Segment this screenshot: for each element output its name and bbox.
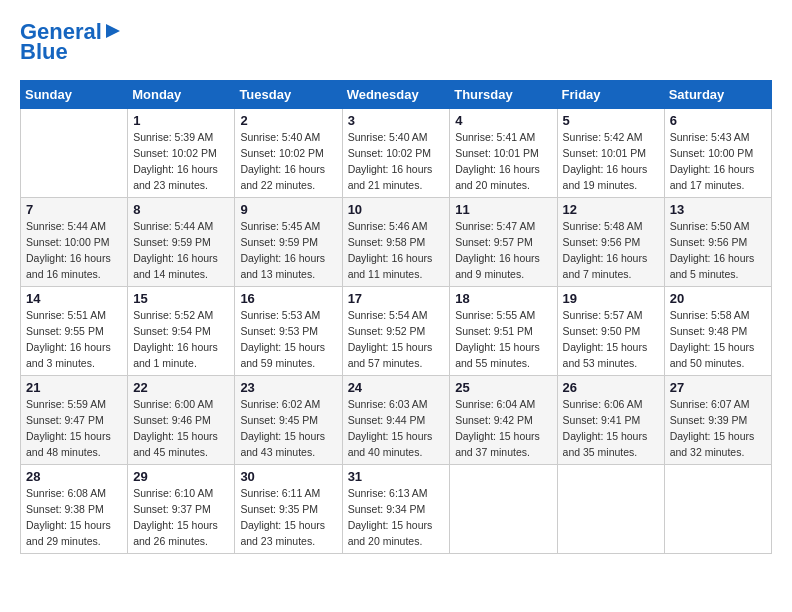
- calendar-cell: 13 Sunrise: 5:50 AMSunset: 9:56 PMDaylig…: [664, 198, 771, 287]
- day-detail: Sunrise: 6:07 AMSunset: 9:39 PMDaylight:…: [670, 398, 755, 457]
- day-number: 27: [670, 380, 766, 395]
- day-number: 19: [563, 291, 659, 306]
- day-detail: Sunrise: 5:40 AMSunset: 10:02 PMDaylight…: [240, 131, 325, 190]
- calendar-week-5: 28 Sunrise: 6:08 AMSunset: 9:38 PMDaylig…: [21, 465, 772, 554]
- calendar-cell: 20 Sunrise: 5:58 AMSunset: 9:48 PMDaylig…: [664, 287, 771, 376]
- calendar-week-1: 1 Sunrise: 5:39 AMSunset: 10:02 PMDaylig…: [21, 109, 772, 198]
- calendar-cell: 14 Sunrise: 5:51 AMSunset: 9:55 PMDaylig…: [21, 287, 128, 376]
- calendar-week-2: 7 Sunrise: 5:44 AMSunset: 10:00 PMDaylig…: [21, 198, 772, 287]
- calendar-cell: 3 Sunrise: 5:40 AMSunset: 10:02 PMDaylig…: [342, 109, 450, 198]
- day-number: 10: [348, 202, 445, 217]
- calendar-cell: 22 Sunrise: 6:00 AMSunset: 9:46 PMDaylig…: [128, 376, 235, 465]
- day-number: 29: [133, 469, 229, 484]
- day-number: 7: [26, 202, 122, 217]
- weekday-thursday: Thursday: [450, 81, 557, 109]
- calendar-cell: 12 Sunrise: 5:48 AMSunset: 9:56 PMDaylig…: [557, 198, 664, 287]
- day-number: 11: [455, 202, 551, 217]
- weekday-tuesday: Tuesday: [235, 81, 342, 109]
- calendar-cell: 8 Sunrise: 5:44 AMSunset: 9:59 PMDayligh…: [128, 198, 235, 287]
- calendar-body: 1 Sunrise: 5:39 AMSunset: 10:02 PMDaylig…: [21, 109, 772, 554]
- calendar-cell: 30 Sunrise: 6:11 AMSunset: 9:35 PMDaylig…: [235, 465, 342, 554]
- calendar-table: SundayMondayTuesdayWednesdayThursdayFrid…: [20, 80, 772, 554]
- calendar-cell: 5 Sunrise: 5:42 AMSunset: 10:01 PMDaylig…: [557, 109, 664, 198]
- calendar-cell: 16 Sunrise: 5:53 AMSunset: 9:53 PMDaylig…: [235, 287, 342, 376]
- day-number: 3: [348, 113, 445, 128]
- day-number: 16: [240, 291, 336, 306]
- day-number: 4: [455, 113, 551, 128]
- weekday-wednesday: Wednesday: [342, 81, 450, 109]
- calendar-cell: 25 Sunrise: 6:04 AMSunset: 9:42 PMDaylig…: [450, 376, 557, 465]
- day-detail: Sunrise: 6:04 AMSunset: 9:42 PMDaylight:…: [455, 398, 540, 457]
- day-number: 26: [563, 380, 659, 395]
- weekday-friday: Friday: [557, 81, 664, 109]
- day-detail: Sunrise: 5:48 AMSunset: 9:56 PMDaylight:…: [563, 220, 648, 279]
- day-number: 15: [133, 291, 229, 306]
- day-number: 22: [133, 380, 229, 395]
- calendar-cell: 1 Sunrise: 5:39 AMSunset: 10:02 PMDaylig…: [128, 109, 235, 198]
- day-detail: Sunrise: 5:46 AMSunset: 9:58 PMDaylight:…: [348, 220, 433, 279]
- weekday-sunday: Sunday: [21, 81, 128, 109]
- day-detail: Sunrise: 6:00 AMSunset: 9:46 PMDaylight:…: [133, 398, 218, 457]
- day-number: 17: [348, 291, 445, 306]
- calendar-cell: 4 Sunrise: 5:41 AMSunset: 10:01 PMDaylig…: [450, 109, 557, 198]
- calendar-cell: 28 Sunrise: 6:08 AMSunset: 9:38 PMDaylig…: [21, 465, 128, 554]
- calendar-cell: 21 Sunrise: 5:59 AMSunset: 9:47 PMDaylig…: [21, 376, 128, 465]
- day-detail: Sunrise: 6:06 AMSunset: 9:41 PMDaylight:…: [563, 398, 648, 457]
- calendar-cell: [21, 109, 128, 198]
- calendar-cell: 11 Sunrise: 5:47 AMSunset: 9:57 PMDaylig…: [450, 198, 557, 287]
- day-number: 18: [455, 291, 551, 306]
- day-detail: Sunrise: 6:03 AMSunset: 9:44 PMDaylight:…: [348, 398, 433, 457]
- calendar-cell: 26 Sunrise: 6:06 AMSunset: 9:41 PMDaylig…: [557, 376, 664, 465]
- calendar-cell: 9 Sunrise: 5:45 AMSunset: 9:59 PMDayligh…: [235, 198, 342, 287]
- day-detail: Sunrise: 5:44 AMSunset: 10:00 PMDaylight…: [26, 220, 111, 279]
- day-number: 6: [670, 113, 766, 128]
- day-number: 30: [240, 469, 336, 484]
- day-number: 24: [348, 380, 445, 395]
- calendar-cell: 31 Sunrise: 6:13 AMSunset: 9:34 PMDaylig…: [342, 465, 450, 554]
- day-detail: Sunrise: 5:47 AMSunset: 9:57 PMDaylight:…: [455, 220, 540, 279]
- calendar-week-3: 14 Sunrise: 5:51 AMSunset: 9:55 PMDaylig…: [21, 287, 772, 376]
- day-number: 25: [455, 380, 551, 395]
- day-number: 21: [26, 380, 122, 395]
- day-detail: Sunrise: 5:42 AMSunset: 10:01 PMDaylight…: [563, 131, 648, 190]
- calendar-cell: 24 Sunrise: 6:03 AMSunset: 9:44 PMDaylig…: [342, 376, 450, 465]
- day-detail: Sunrise: 5:50 AMSunset: 9:56 PMDaylight:…: [670, 220, 755, 279]
- day-detail: Sunrise: 5:57 AMSunset: 9:50 PMDaylight:…: [563, 309, 648, 368]
- calendar-cell: 27 Sunrise: 6:07 AMSunset: 9:39 PMDaylig…: [664, 376, 771, 465]
- calendar-cell: [557, 465, 664, 554]
- logo-blue-text: Blue: [20, 40, 68, 64]
- calendar-cell: 2 Sunrise: 5:40 AMSunset: 10:02 PMDaylig…: [235, 109, 342, 198]
- day-number: 20: [670, 291, 766, 306]
- day-number: 12: [563, 202, 659, 217]
- day-detail: Sunrise: 6:11 AMSunset: 9:35 PMDaylight:…: [240, 487, 325, 546]
- page-header: General Blue: [20, 20, 772, 64]
- logo: General Blue: [20, 20, 122, 64]
- calendar-cell: 18 Sunrise: 5:55 AMSunset: 9:51 PMDaylig…: [450, 287, 557, 376]
- day-number: 13: [670, 202, 766, 217]
- calendar-cell: 6 Sunrise: 5:43 AMSunset: 10:00 PMDaylig…: [664, 109, 771, 198]
- day-detail: Sunrise: 6:08 AMSunset: 9:38 PMDaylight:…: [26, 487, 111, 546]
- day-detail: Sunrise: 5:40 AMSunset: 10:02 PMDaylight…: [348, 131, 433, 190]
- calendar-cell: 19 Sunrise: 5:57 AMSunset: 9:50 PMDaylig…: [557, 287, 664, 376]
- svg-marker-0: [106, 24, 120, 38]
- day-number: 31: [348, 469, 445, 484]
- calendar-cell: 10 Sunrise: 5:46 AMSunset: 9:58 PMDaylig…: [342, 198, 450, 287]
- day-detail: Sunrise: 6:10 AMSunset: 9:37 PMDaylight:…: [133, 487, 218, 546]
- day-number: 1: [133, 113, 229, 128]
- calendar-week-4: 21 Sunrise: 5:59 AMSunset: 9:47 PMDaylig…: [21, 376, 772, 465]
- calendar-cell: 29 Sunrise: 6:10 AMSunset: 9:37 PMDaylig…: [128, 465, 235, 554]
- day-number: 5: [563, 113, 659, 128]
- day-detail: Sunrise: 5:44 AMSunset: 9:59 PMDaylight:…: [133, 220, 218, 279]
- weekday-header-row: SundayMondayTuesdayWednesdayThursdayFrid…: [21, 81, 772, 109]
- day-number: 8: [133, 202, 229, 217]
- calendar-cell: [664, 465, 771, 554]
- day-detail: Sunrise: 5:43 AMSunset: 10:00 PMDaylight…: [670, 131, 755, 190]
- day-detail: Sunrise: 5:54 AMSunset: 9:52 PMDaylight:…: [348, 309, 433, 368]
- day-number: 9: [240, 202, 336, 217]
- weekday-saturday: Saturday: [664, 81, 771, 109]
- day-detail: Sunrise: 5:45 AMSunset: 9:59 PMDaylight:…: [240, 220, 325, 279]
- day-detail: Sunrise: 6:02 AMSunset: 9:45 PMDaylight:…: [240, 398, 325, 457]
- weekday-monday: Monday: [128, 81, 235, 109]
- day-detail: Sunrise: 5:53 AMSunset: 9:53 PMDaylight:…: [240, 309, 325, 368]
- calendar-cell: 7 Sunrise: 5:44 AMSunset: 10:00 PMDaylig…: [21, 198, 128, 287]
